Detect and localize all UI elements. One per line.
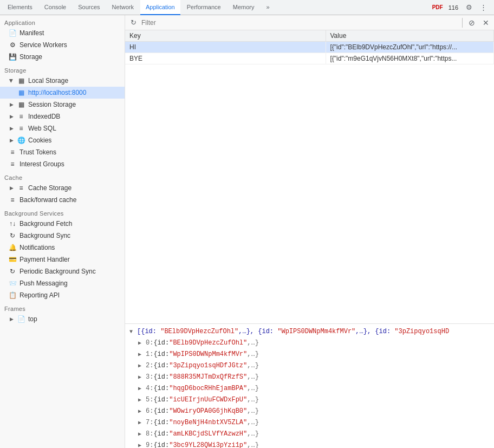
tab-memory[interactable]: Memory: [227, 0, 260, 15]
block-button[interactable]: ⊘: [466, 17, 478, 29]
table-cell-value: [{"id":"BElb9DVpHezcZufOhl","url":"https…: [326, 42, 494, 53]
tab-console[interactable]: Console: [39, 0, 72, 15]
console-entry-expand-icon[interactable]: ▶: [138, 350, 144, 360]
sidebar-item-interest-groups[interactable]: ≡ Interest Groups: [0, 158, 125, 170]
table-cell-key: HI: [125, 42, 326, 53]
table-cell-key: BYE: [125, 53, 326, 64]
console-entry-expand-icon[interactable]: ▶: [138, 418, 144, 428]
table-row[interactable]: HI [{"id":"BElb9DVpHezcZufOhl","url":"ht…: [125, 42, 494, 53]
tab-network[interactable]: Network: [107, 0, 139, 15]
tab-application[interactable]: Application: [140, 0, 180, 15]
console-entry-line: ▶2: {id: "3pZipqyo1sqHDfJGtz",…}: [129, 360, 490, 372]
sidebar-item-background-sync[interactable]: ↻ Background Sync: [0, 230, 125, 242]
console-entry-line: ▶4: {id: "hqgD6bocRHhEjamBPA",…}: [129, 383, 490, 394]
sidebar-item-cookies[interactable]: ▶ 🌐 Cookies: [0, 134, 125, 146]
console-entry-line: ▶6: {id: "WOwiryOPA0G6jhKqB0",…}: [129, 406, 490, 417]
section-storage: Storage: [0, 63, 125, 75]
section-background-services: Background Services: [0, 206, 125, 218]
indexeddb-icon: ≡: [17, 113, 25, 120]
sidebar-item-service-workers[interactable]: ⚙ Service Workers: [0, 39, 125, 51]
sidebar-item-indexeddb[interactable]: ▶ ≡ IndexedDB: [0, 111, 125, 122]
section-cache: Cache: [0, 170, 125, 182]
console-entry-line: ▶7: {id: "noyBeNjH4nbtXV5ZLA",…}: [129, 417, 490, 428]
sidebar-item-local-storage-url[interactable]: ▦ http://localhost:8000: [0, 87, 125, 99]
console-entry-line: ▶9: {id: "3bc9YL28QWi3pYzi1p",…}: [129, 440, 490, 448]
storage-main-icon: 💾: [9, 53, 16, 61]
tab-performance[interactable]: Performance: [181, 0, 226, 15]
col-header-key: Key: [125, 30, 326, 42]
console-entry-expand-icon[interactable]: ▶: [138, 395, 144, 405]
toolbar-divider: [462, 18, 463, 28]
notifications-icon: 🔔: [9, 244, 16, 251]
tab-nav: Elements Console Sources Network Applica…: [2, 0, 275, 15]
console-entry-expand-icon[interactable]: ▶: [138, 373, 144, 382]
top-icon: 📄: [17, 315, 25, 323]
bottom-console[interactable]: ▼[{id: "BElb9DVpHezcZufOhl",…}, {id: "Wp…: [125, 323, 494, 448]
section-frames: Frames: [0, 301, 125, 313]
more-options-icon[interactable]: ⋮: [478, 2, 489, 13]
push-messaging-icon: 📨: [9, 280, 16, 287]
console-expand-icon[interactable]: ▼: [129, 327, 135, 337]
indexeddb-expand-icon: ▶: [9, 114, 14, 119]
sidebar-item-reporting-api[interactable]: 📋 Reporting API: [0, 289, 125, 301]
sidebar-item-push-messaging[interactable]: 📨 Push Messaging: [0, 277, 125, 289]
service-workers-icon: ⚙: [9, 41, 16, 49]
sidebar-item-cache-storage[interactable]: ▶ ≡ Cache Storage: [0, 182, 125, 194]
tab-elements[interactable]: Elements: [2, 0, 38, 15]
session-storage-icon: ▦: [17, 101, 25, 108]
manifest-icon: 📄: [9, 29, 16, 37]
table-scroll[interactable]: Key Value HI [{"id":"BElb9DVpHezcZufOhl"…: [125, 30, 494, 323]
version-label: 116: [446, 3, 460, 12]
table-row[interactable]: BYE [{"id":"m9eG1qVjvN56H0MXt8","url":"h…: [125, 53, 494, 64]
console-entry-line: ▶8: {id: "amLKBCjdSLVfYAzwzH",…}: [129, 428, 490, 440]
console-entry-line: ▶3: {id: "888R35MJTmDxQfRzfS",…}: [129, 372, 490, 383]
main-content: Application 📄 Manifest ⚙ Service Workers…: [0, 15, 494, 448]
top-expand-icon: ▶: [9, 316, 14, 322]
local-storage-url-icon: ▦: [17, 89, 25, 96]
sidebar-item-storage-main[interactable]: 💾 Storage: [0, 51, 125, 63]
console-entry-expand-icon[interactable]: ▶: [138, 407, 144, 417]
background-fetch-icon: ↑↓: [9, 220, 16, 228]
periodic-bg-sync-icon: ↻: [9, 268, 16, 275]
filter-input[interactable]: [141, 17, 459, 28]
sidebar-item-top[interactable]: ▶ 📄 top: [0, 313, 125, 325]
cookies-expand-icon: ▶: [9, 138, 14, 143]
sidebar-item-websql[interactable]: ▶ ≡ Web SQL: [0, 122, 125, 134]
tab-overflow[interactable]: »: [261, 0, 275, 15]
col-header-value: Value: [326, 30, 494, 42]
settings-icon[interactable]: ⚙: [464, 2, 474, 13]
session-storage-expand-icon: ▶: [9, 102, 14, 107]
console-entry-expand-icon[interactable]: ▶: [138, 339, 144, 348]
sidebar-item-trust-tokens[interactable]: ≡ Trust Tokens: [0, 146, 125, 158]
sidebar-item-session-storage[interactable]: ▶ ▦ Session Storage: [0, 99, 125, 111]
sidebar-item-background-fetch[interactable]: ↑↓ Background Fetch: [0, 218, 125, 230]
sidebar-item-payment-handler[interactable]: 💳 Payment Handler: [0, 254, 125, 265]
sidebar: Application 📄 Manifest ⚙ Service Workers…: [0, 15, 125, 448]
kv-table: Key Value HI [{"id":"BElb9DVpHezcZufOhl"…: [125, 30, 494, 64]
table-cell-value: [{"id":"m9eG1qVjvN56H0MXt8","url":"https…: [326, 53, 494, 64]
sidebar-item-back-forward-cache[interactable]: ≡ Back/forward cache: [0, 194, 125, 206]
console-entry-expand-icon[interactable]: ▶: [138, 361, 144, 371]
refresh-button[interactable]: ↻: [127, 17, 139, 29]
local-storage-icon: ▦: [17, 77, 25, 85]
interest-groups-icon: ≡: [9, 160, 16, 168]
tab-sources[interactable]: Sources: [73, 0, 105, 15]
cache-storage-icon: ≡: [17, 184, 25, 192]
tab-bar: Elements Console Sources Network Applica…: [0, 0, 494, 15]
sidebar-item-notifications[interactable]: 🔔 Notifications: [0, 242, 125, 254]
close-button[interactable]: ✕: [480, 17, 492, 29]
background-sync-icon: ↻: [9, 232, 16, 239]
sidebar-item-manifest[interactable]: 📄 Manifest: [0, 27, 125, 39]
console-entry-expand-icon[interactable]: ▶: [138, 430, 144, 439]
sidebar-item-periodic-bg-sync[interactable]: ↻ Periodic Background Sync: [0, 265, 125, 277]
toolbar: ↻ ⊘ ✕: [125, 15, 494, 30]
console-entry-line: ▶1: {id: "WpIPS0DWNpMm4kfMVr",…}: [129, 349, 490, 360]
reporting-api-icon: 📋: [9, 291, 16, 299]
console-main-line: ▼[{id: "BElb9DVpHezcZufOhl",…}, {id: "Wp…: [129, 326, 490, 337]
console-entry-expand-icon[interactable]: ▶: [138, 384, 144, 394]
trust-tokens-icon: ≡: [9, 148, 16, 156]
cookies-icon: 🌐: [17, 137, 25, 144]
sidebar-item-local-storage[interactable]: ▶ ▦ Local Storage: [0, 75, 125, 87]
console-entry-expand-icon[interactable]: ▶: [138, 441, 144, 448]
pdf-icon[interactable]: PDF: [432, 2, 443, 13]
